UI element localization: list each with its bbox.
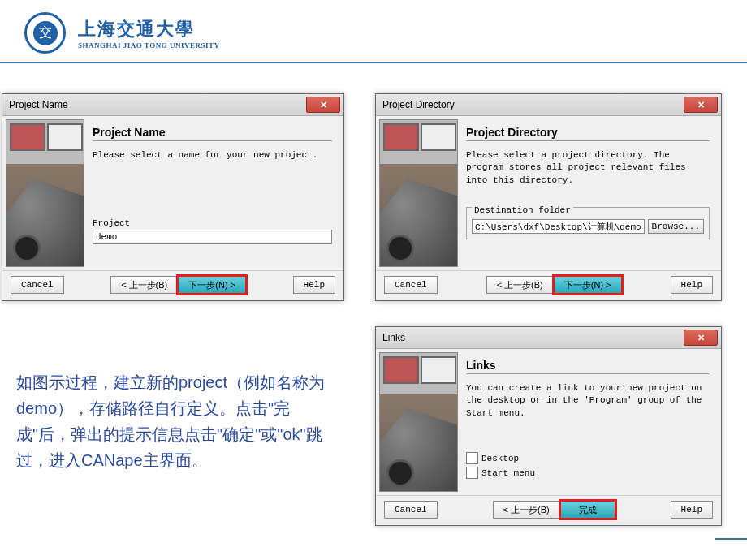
help-button[interactable]: Help [671,501,713,519]
project-name-dialog: Project Name ✕ Project Name Please selec… [2,93,344,301]
project-directory-dialog: Project Directory ✕ Project Directory Pl… [375,93,722,301]
desktop-checkbox-row[interactable]: Desktop [466,452,710,464]
wizard-sidebar-image [379,352,458,492]
dialog-description: You can create a link to your new projec… [466,382,710,420]
finish-button[interactable]: 完成 [560,501,615,519]
help-button[interactable]: Help [293,276,335,294]
browse-button[interactable]: Browse... [648,219,704,234]
wizard-sidebar-image [6,119,84,267]
close-icon: ✕ [697,100,705,110]
startmenu-checkbox-row[interactable]: Start menu [466,467,710,479]
destination-path-input[interactable] [472,219,645,234]
titlebar[interactable]: Project Directory ✕ [376,94,721,116]
back-button[interactable]: < 上一步(B) [493,501,560,519]
dialog-title: Project Directory [382,99,455,110]
university-logo: 交 [24,12,66,54]
divider-line-bottom [715,538,747,540]
cancel-button[interactable]: Cancel [384,501,438,519]
close-button[interactable]: ✕ [684,97,718,113]
cancel-button[interactable]: Cancel [384,276,438,294]
titlebar[interactable]: Links ✕ [376,327,721,349]
close-icon: ✕ [320,100,327,110]
next-button[interactable]: 下一步(N) > [554,276,622,294]
university-name: 上海交通大學 SHANGHAI JIAO TONG UNIVERSITY [78,17,219,50]
startmenu-checkbox[interactable] [466,467,478,479]
help-button[interactable]: Help [671,276,713,294]
titlebar[interactable]: Project Name ✕ [2,94,343,116]
project-field-label: Project [93,218,332,228]
links-dialog: Links ✕ Links You can create a link to y… [375,326,722,526]
page-header: 交 上海交通大學 SHANGHAI JIAO TONG UNIVERSITY [0,0,747,62]
back-button[interactable]: < 上一步(B) [486,276,554,294]
fieldset-legend: Destination folder [472,205,573,215]
destination-folder-group: Destination folder Browse... [466,207,710,239]
dialog-heading: Project Name [93,126,332,141]
wizard-sidebar-image [379,119,458,267]
dialog-description: Please select a name for your new projec… [93,149,332,162]
dialog-title: Links [382,332,405,343]
cancel-button[interactable]: Cancel [11,276,64,294]
dialog-heading: Project Directory [466,126,710,141]
dialog-heading: Links [466,359,710,374]
back-button[interactable]: < 上一步(B) [110,276,178,294]
university-name-en: SHANGHAI JIAO TONG UNIVERSITY [78,41,219,50]
dialog-title: Project Name [9,99,68,110]
university-name-cn: 上海交通大學 [78,17,219,41]
desktop-checkbox-label: Desktop [481,454,519,463]
instruction-text: 如图示过程，建立新的project（例如名称为demo），存储路径自行定义。点击… [16,369,341,473]
startmenu-checkbox-label: Start menu [481,468,535,478]
divider-line [0,62,747,63]
desktop-checkbox[interactable] [466,452,478,464]
close-button[interactable]: ✕ [684,330,718,346]
project-name-input[interactable] [93,230,332,244]
next-button[interactable]: 下一步(N) > [178,276,246,294]
close-icon: ✕ [697,333,705,343]
dialog-description: Please select a project directory. The p… [466,149,710,187]
close-button[interactable]: ✕ [306,97,340,113]
